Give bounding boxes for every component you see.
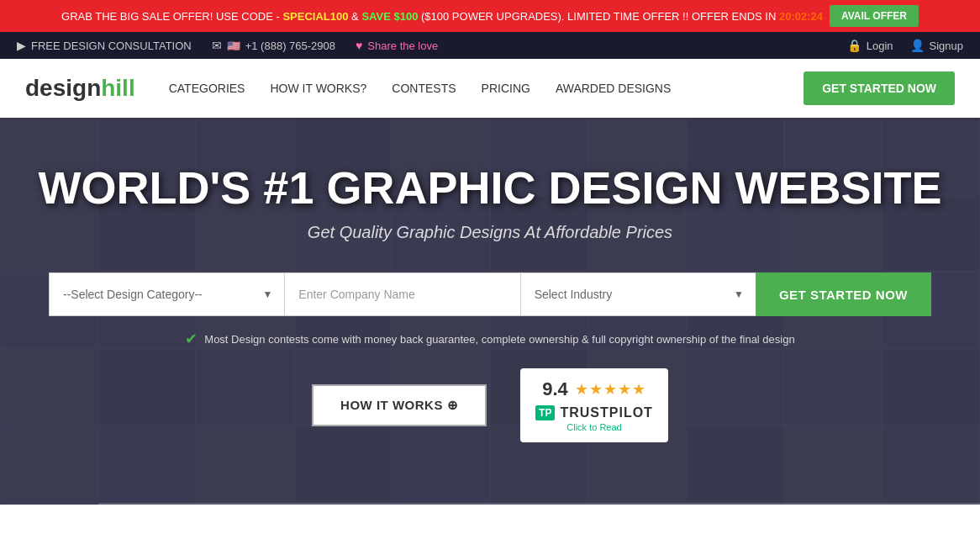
- trustpilot-badge[interactable]: 9.4 ★★★★★ TP TRUSTPILOT Click to Read: [520, 368, 668, 442]
- nav-how-it-works[interactable]: HOW IT WORKS?: [270, 82, 366, 95]
- email-icon: ✉: [212, 39, 222, 52]
- share-love-link[interactable]: ♥ Share the love: [356, 39, 438, 52]
- trustpilot-stars: ★★★★★: [575, 380, 646, 399]
- lock-icon: 🔒: [847, 39, 861, 52]
- company-name-input[interactable]: [284, 272, 519, 316]
- industry-select[interactable]: Select Industry: [520, 272, 756, 316]
- trustpilot-score-row: 9.4 ★★★★★: [542, 378, 646, 400]
- hero-get-started-button[interactable]: GET STARTED NOW: [756, 272, 931, 316]
- design-category-select[interactable]: --Select Design Category--: [49, 272, 284, 316]
- auth-items: 🔒 Login 👤 Signup: [847, 39, 963, 52]
- promo-code1: SPECIAL100: [282, 10, 348, 23]
- announcement-bar: GRAB THE BIG SALE OFFER! USE CODE - SPEC…: [0, 0, 980, 32]
- how-it-works-button[interactable]: HOW IT WORKS ⊕: [312, 384, 487, 426]
- nav-awarded-designs[interactable]: AWARDED DESIGNS: [556, 82, 671, 95]
- countdown-timer: 20:02:24: [779, 10, 823, 23]
- hero-content: WORLD'S #1 GRAPHIC DESIGN WEBSITE Get Qu…: [28, 163, 952, 442]
- announcement-text: GRAB THE BIG SALE OFFER! USE CODE - SPEC…: [61, 10, 823, 23]
- trustpilot-tp-badge: TP: [535, 405, 555, 420]
- logo-hill-text: hill: [101, 75, 134, 102]
- phone-link[interactable]: ✉ 🇺🇸 +1 (888) 765-2908: [212, 39, 335, 52]
- trustpilot-name: TRUSTPILOT: [560, 405, 652, 420]
- trustpilot-logo: TP TRUSTPILOT: [535, 405, 653, 420]
- hero-section: WORLD'S #1 GRAPHIC DESIGN WEBSITE Get Qu…: [0, 118, 980, 505]
- logo[interactable]: designhill: [25, 75, 135, 102]
- heart-icon: ♥: [356, 39, 362, 52]
- logo-design-text: design: [25, 75, 101, 102]
- hero-form: --Select Design Category-- ▼ Select Indu…: [49, 272, 931, 316]
- us-flag-icon: 🇺🇸: [227, 40, 240, 52]
- design-category-wrapper: --Select Design Category-- ▼: [49, 272, 284, 316]
- secondary-nav: ▶ FREE DESIGN CONSULTATION ✉ 🇺🇸 +1 (888)…: [0, 32, 980, 59]
- industry-wrapper: Select Industry ▼: [520, 272, 756, 316]
- trustpilot-score: 9.4: [542, 378, 568, 400]
- trustpilot-click-label: Click to Read: [566, 422, 621, 432]
- checkmark-icon: ✔: [185, 330, 198, 348]
- avail-offer-button[interactable]: AVAIL OFFER: [830, 5, 919, 27]
- nav-contests[interactable]: CONTESTS: [392, 82, 456, 95]
- user-icon: 👤: [910, 39, 925, 52]
- main-nav: designhill CATEGORIES HOW IT WORKS? CONT…: [0, 59, 980, 118]
- nav-categories[interactable]: CATEGORIES: [169, 82, 245, 95]
- login-link[interactable]: 🔒 Login: [847, 39, 893, 52]
- signup-link[interactable]: 👤 Signup: [910, 39, 963, 52]
- hero-subtitle: Get Quality Graphic Designs At Affordabl…: [28, 223, 952, 242]
- hero-title: WORLD'S #1 GRAPHIC DESIGN WEBSITE: [28, 163, 952, 213]
- guarantee-text: Most Design contests come with money bac…: [204, 333, 794, 346]
- free-consultation-link[interactable]: ▶ FREE DESIGN CONSULTATION: [17, 39, 192, 52]
- nav-pricing[interactable]: PRICING: [482, 82, 530, 95]
- main-nav-links: CATEGORIES HOW IT WORKS? CONTESTS PRICIN…: [169, 82, 803, 95]
- hero-bottom-row: HOW IT WORKS ⊕ 9.4 ★★★★★ TP TRUSTPILOT C…: [28, 368, 952, 442]
- company-name-wrapper: [284, 272, 519, 316]
- play-icon: ▶: [17, 39, 26, 52]
- guarantee-row: ✔ Most Design contests come with money b…: [28, 330, 952, 348]
- promo-code2: SAVE $100: [361, 10, 418, 23]
- main-nav-get-started-button[interactable]: GET STARTED NOW: [803, 71, 955, 105]
